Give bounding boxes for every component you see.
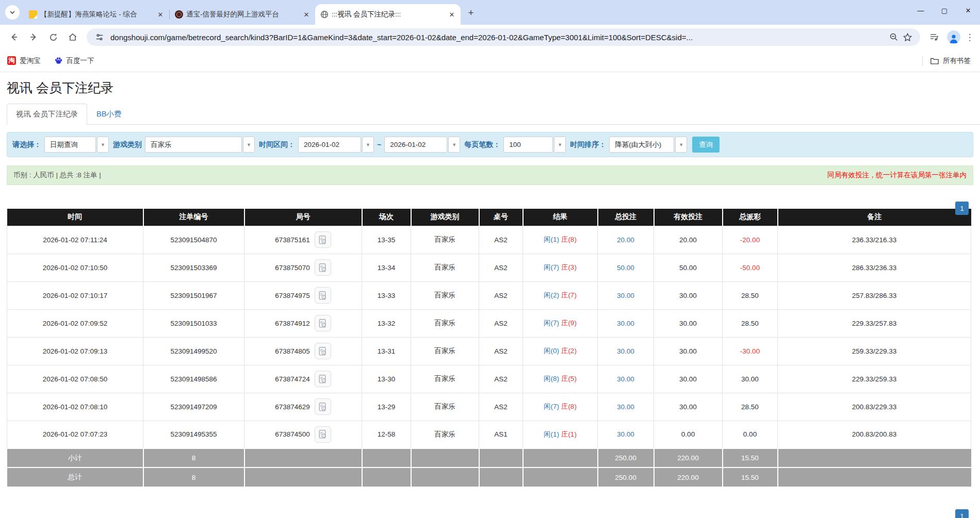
tab-close-icon[interactable]: ✕ bbox=[156, 10, 165, 19]
cell-note: 257.83/286.33 bbox=[778, 281, 971, 309]
per-page-select[interactable]: 100 ▼ bbox=[503, 137, 566, 153]
cell-table-no: AS2 bbox=[479, 281, 523, 309]
media-playlist-icon bbox=[929, 32, 939, 42]
dropdown-arrow-icon[interactable]: ▼ bbox=[243, 137, 255, 153]
page-1-button[interactable]: 1 bbox=[955, 202, 969, 215]
cell-total-bet[interactable]: 30.00 bbox=[598, 281, 654, 309]
dropdown-arrow-icon[interactable]: ▼ bbox=[362, 137, 374, 153]
cell-valid-bet: 30.00 bbox=[654, 365, 723, 393]
bookmark-star-icon[interactable] bbox=[901, 30, 914, 44]
cell-note: 259.33/229.33 bbox=[778, 337, 971, 365]
cell-time: 2026-01-02 07:09:52 bbox=[7, 309, 143, 337]
browser-tab-active[interactable]: :::视讯 会员下注纪录::: ✕ bbox=[315, 4, 461, 25]
cell-time: 2026-01-02 07:10:17 bbox=[7, 281, 143, 309]
dropdown-arrow-icon[interactable]: ▼ bbox=[448, 137, 460, 153]
cell-payout: -50.00 bbox=[723, 254, 778, 281]
dropdown-arrow-icon[interactable]: ▼ bbox=[554, 137, 566, 153]
query-type-select[interactable]: 日期查询 ▼ bbox=[44, 137, 109, 153]
bookmark-label: 爱淘宝 bbox=[20, 56, 41, 65]
sort-select[interactable]: 降冪(由大到小) ▼ bbox=[609, 137, 687, 153]
video-replay-button[interactable] bbox=[315, 287, 331, 304]
url-text[interactable]: dongshouji.com/game/betrecord_search/kin… bbox=[110, 33, 883, 42]
bookmark-taobao[interactable]: 淘 爱淘宝 bbox=[7, 56, 41, 65]
cell-session: 12-58 bbox=[362, 421, 411, 448]
close-button[interactable]: ✕ bbox=[956, 0, 980, 21]
home-button[interactable] bbox=[64, 28, 81, 46]
zoom-out-icon[interactable] bbox=[887, 30, 901, 44]
cell-result: 闲(2) 庄(7) bbox=[523, 281, 598, 309]
video-replay-button[interactable] bbox=[315, 343, 331, 359]
cell-valid-bet: 30.00 bbox=[654, 281, 723, 309]
browser-tab-1[interactable]: 【新提醒】海燕策略论坛 - 综合 ✕ bbox=[24, 4, 169, 25]
video-replay-button[interactable] bbox=[315, 398, 331, 415]
cell-round: 673874629 bbox=[244, 393, 362, 421]
cell-total-bet[interactable]: 30.00 bbox=[598, 393, 654, 421]
browser-tab-2[interactable]: 通宝-信誉最好的网上游戏平台 ✕ bbox=[170, 4, 315, 25]
dropdown-arrow-icon[interactable]: ▼ bbox=[97, 137, 109, 153]
minimize-button[interactable]: — bbox=[909, 0, 933, 21]
date-end-select[interactable]: 2026-01-02 ▼ bbox=[384, 137, 460, 153]
maximize-button[interactable]: ▢ bbox=[933, 0, 956, 21]
date-end-value[interactable]: 2026-01-02 bbox=[384, 137, 447, 153]
tab-close-icon[interactable]: ✕ bbox=[302, 10, 311, 19]
cell-game-type: 百家乐 bbox=[411, 281, 479, 309]
tab-close-icon[interactable]: ✕ bbox=[447, 10, 456, 19]
dropdown-arrow-icon[interactable]: ▼ bbox=[675, 137, 687, 153]
cell-total-bet[interactable]: 30.00 bbox=[598, 309, 654, 337]
result-banker: 庄(8) bbox=[561, 403, 577, 410]
reload-button[interactable] bbox=[44, 28, 62, 46]
cell-total-bet[interactable]: 30.00 bbox=[598, 421, 654, 448]
summary-note bbox=[778, 467, 971, 487]
back-button[interactable] bbox=[5, 28, 23, 46]
page-1-button-bottom[interactable]: 1 bbox=[955, 509, 969, 518]
result-player: 闲(7) bbox=[544, 263, 559, 271]
search-button[interactable]: 查询 bbox=[692, 137, 720, 153]
game-type-select[interactable]: 百家乐 ▼ bbox=[145, 137, 255, 153]
all-bookmarks-button[interactable]: 所有书签 bbox=[930, 56, 971, 65]
cell-note: 286.33/236.33 bbox=[778, 254, 971, 281]
result-banker: 庄(8) bbox=[561, 236, 577, 243]
tab-bet-records[interactable]: 视讯 会员下注纪录 bbox=[7, 104, 87, 125]
video-replay-button[interactable] bbox=[315, 259, 331, 276]
menu-kebab-icon[interactable]: ⋮ bbox=[963, 32, 976, 43]
table-row: 2026-01-02 07:08:50523091498586673874724… bbox=[7, 365, 971, 393]
per-page-value[interactable]: 100 bbox=[503, 137, 553, 153]
cell-total-bet[interactable]: 30.00 bbox=[598, 365, 654, 393]
date-start-select[interactable]: 2026-01-02 ▼ bbox=[298, 137, 374, 153]
video-replay-button[interactable] bbox=[315, 231, 331, 248]
tab2-favicon-icon bbox=[175, 10, 183, 19]
summary-label: 总计 bbox=[7, 467, 143, 487]
cell-total-bet[interactable]: 30.00 bbox=[598, 337, 654, 365]
bookmark-baidu[interactable]: 百度一下 bbox=[54, 56, 94, 65]
video-record-icon bbox=[318, 263, 328, 273]
info-bar: 币别 : 人民币 | 总共 :8 注单 | 同局有效投注，统一计算在该局第一张注… bbox=[7, 165, 973, 185]
video-replay-button[interactable] bbox=[315, 315, 331, 331]
cell-session: 13-29 bbox=[362, 393, 411, 421]
profile-avatar[interactable] bbox=[947, 30, 960, 44]
cell-total-bet[interactable]: 50.00 bbox=[598, 254, 654, 281]
new-tab-button[interactable]: + bbox=[464, 6, 478, 20]
cell-bet-id: 523091495355 bbox=[143, 421, 244, 448]
summary-count: 8 bbox=[143, 448, 244, 467]
url-bar[interactable]: dongshouji.com/game/betrecord_search/kin… bbox=[87, 28, 920, 46]
cell-payout: 28.50 bbox=[723, 393, 778, 421]
cell-game-type: 百家乐 bbox=[411, 337, 479, 365]
site-settings-icon[interactable] bbox=[93, 30, 106, 44]
currency-summary-text: 币别 : 人民币 | 总共 :8 注单 | bbox=[13, 171, 101, 180]
query-type-value[interactable]: 日期查询 bbox=[44, 137, 96, 153]
sort-label: 时间排序： bbox=[570, 140, 606, 149]
column-header: 总派彩 bbox=[723, 209, 778, 226]
forward-button[interactable] bbox=[25, 28, 42, 46]
video-replay-button[interactable] bbox=[315, 426, 331, 443]
cell-total-bet[interactable]: 20.00 bbox=[598, 226, 654, 254]
date-start-value[interactable]: 2026-01-02 bbox=[298, 137, 361, 153]
result-banker: 庄(1) bbox=[561, 430, 577, 438]
game-type-value[interactable]: 百家乐 bbox=[145, 137, 242, 153]
tab-search-button[interactable] bbox=[5, 5, 20, 20]
media-controls-button[interactable] bbox=[925, 28, 943, 46]
tab-bb-tips[interactable]: BB小费 bbox=[87, 104, 130, 125]
cell-table-no: AS1 bbox=[479, 421, 523, 448]
video-replay-button[interactable] bbox=[315, 371, 331, 387]
video-record-icon bbox=[318, 319, 328, 328]
sort-value[interactable]: 降冪(由大到小) bbox=[609, 137, 674, 153]
